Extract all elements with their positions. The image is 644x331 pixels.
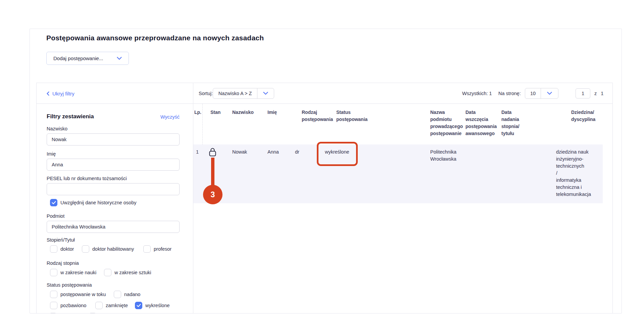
kind-option-sztuki[interactable]: w zakresie sztuki bbox=[104, 269, 151, 276]
checkbox-unchecked[interactable] bbox=[143, 245, 151, 253]
toolbar-band: Ukryj filtry Sortuj: Nazwisko A > Z Wszy… bbox=[37, 83, 612, 104]
column-header-stan: Stan bbox=[210, 109, 220, 116]
page-number-input[interactable]: 1 bbox=[576, 88, 590, 98]
hide-filters-link[interactable]: Ukryj filtry bbox=[47, 83, 75, 104]
results-table: Lp. Stan Nazwisko Imię Rodzaj postępowan… bbox=[193, 104, 613, 314]
per-page-select[interactable]: 10 bbox=[525, 88, 558, 99]
check-icon bbox=[52, 201, 56, 204]
degree-option-doktor-habilitowany[interactable]: doktor habilitowany bbox=[82, 245, 134, 253]
table-row[interactable]: 1 Nowak Anna dr wykreślone Politechnika … bbox=[193, 144, 603, 203]
sort-select-value: Nazwisko A > Z bbox=[213, 88, 257, 98]
results-container: Ukryj filtry Sortuj: Nazwisko A > Z Wszy… bbox=[36, 83, 613, 314]
status-option-w-toku[interactable]: postępowanie w toku bbox=[50, 291, 106, 298]
checkbox-label: doktor bbox=[60, 246, 74, 252]
column-header-nazwa-podmiotu: Nazwa podmiotu prowadzącego postępowanie bbox=[430, 109, 467, 137]
firstname-input[interactable] bbox=[47, 159, 180, 171]
filters-panel: Filtry zestawienia Wyczyść Nazwisko Imię… bbox=[37, 104, 193, 314]
page-number-value: 1 bbox=[582, 91, 584, 96]
checkbox-label: zamknięte bbox=[106, 303, 128, 308]
checkbox-unchecked[interactable] bbox=[50, 245, 57, 253]
chevron-down-icon bbox=[117, 57, 122, 60]
firstname-label: Imię bbox=[47, 151, 56, 157]
checkbox-label: wykreślone bbox=[145, 303, 170, 308]
status-option-wykreslone[interactable]: wykreślone bbox=[135, 302, 170, 309]
lastname-input[interactable] bbox=[47, 133, 180, 146]
per-page-label: Na stronę: bbox=[498, 83, 521, 104]
status-option-nadano[interactable]: nadano bbox=[114, 291, 140, 298]
cell-rodzaj: dr bbox=[295, 149, 299, 156]
checkbox-label: profesor bbox=[154, 246, 171, 252]
clear-filters-link[interactable]: Wyczyść bbox=[160, 114, 180, 120]
column-header-lp: Lp. bbox=[194, 109, 201, 116]
history-data-option[interactable]: Uwzględnij dane historyczne osoby bbox=[50, 199, 137, 206]
checkbox-label: Uwzględnij dane historyczne osoby bbox=[60, 200, 137, 205]
checkbox-label: nadano bbox=[124, 292, 140, 297]
checkbox-unchecked[interactable] bbox=[50, 302, 57, 309]
cell-lp: 1 bbox=[196, 149, 199, 156]
cell-nazwa-podmiotu: Politechnika Wrocławska bbox=[430, 149, 465, 163]
checkbox-unchecked[interactable] bbox=[104, 269, 111, 276]
status-option-partial[interactable] bbox=[49, 313, 57, 314]
per-page-value: 10 bbox=[525, 88, 541, 98]
status-option-partial[interactable] bbox=[89, 313, 96, 314]
page: Postępowania awansowe przeprowadzane na … bbox=[0, 0, 644, 331]
cell-nazwisko: Nowak bbox=[232, 149, 247, 156]
page-title: Postępowania awansowe przeprowadzane na … bbox=[46, 34, 264, 42]
checkbox-label: doktor habilitowany bbox=[92, 246, 134, 252]
cell-imie: Anna bbox=[267, 149, 279, 156]
pesel-label: PESEL lub nr dokumentu tożsamości bbox=[47, 176, 127, 181]
subject-label: Podmiot bbox=[47, 213, 64, 219]
column-header-nazwisko: Nazwisko bbox=[232, 109, 254, 116]
page-total-label: z 1 bbox=[594, 83, 605, 104]
status-option-zamkniete[interactable]: zamknięte bbox=[95, 302, 128, 309]
degree-kind-group-label: Rodzaj stopnia bbox=[47, 260, 79, 266]
check-icon bbox=[137, 304, 141, 307]
column-header-status-postepowania: Status postępowania bbox=[336, 109, 370, 123]
chevron-left-icon bbox=[47, 91, 49, 96]
sort-label: Sortuj: bbox=[199, 83, 213, 104]
checkbox-label: pozbawiono bbox=[60, 303, 86, 308]
chevron-down-icon bbox=[257, 88, 274, 98]
subject-input[interactable] bbox=[47, 221, 180, 233]
column-header-data-nadania: Data nadania stopnia/ tytułu bbox=[501, 109, 530, 137]
checkbox-unchecked[interactable] bbox=[114, 291, 121, 298]
checkbox-unchecked[interactable] bbox=[82, 245, 89, 253]
checkbox-unchecked[interactable] bbox=[49, 313, 57, 314]
checkbox-unchecked[interactable] bbox=[95, 302, 103, 309]
column-header-data-wszczecia: Data wszczęcia postępowania awansowego bbox=[465, 109, 501, 137]
main-card: Postępowania awansowe przeprowadzane na … bbox=[30, 29, 622, 314]
add-proceeding-label: Dodaj postępowanie... bbox=[53, 55, 103, 61]
column-header-imie: Imię bbox=[267, 109, 277, 116]
chevron-down-icon bbox=[541, 88, 558, 98]
checkbox-unchecked[interactable] bbox=[89, 313, 96, 314]
checkbox-checked[interactable] bbox=[135, 302, 142, 309]
degree-group-label: Stopień/Tytuł bbox=[47, 237, 75, 243]
kind-option-nauki[interactable]: w zakresie nauki bbox=[50, 269, 96, 276]
total-count: Wszystkich: 1 bbox=[462, 83, 492, 104]
column-header-rodzaj-postepowania: Rodzaj postępowania bbox=[302, 109, 335, 123]
degree-option-doktor[interactable]: doktor bbox=[50, 245, 74, 253]
column-header-dziedzina: Dziedzina/ dyscyplina bbox=[571, 109, 603, 123]
lock-icon bbox=[209, 148, 216, 158]
filters-heading: Filtry zestawienia bbox=[47, 113, 94, 120]
annotation-highlight-box bbox=[317, 142, 358, 166]
annotation-pointer-line bbox=[211, 158, 214, 189]
checkbox-label: w zakresie sztuki bbox=[114, 270, 151, 275]
checkbox-unchecked[interactable] bbox=[50, 291, 57, 298]
hide-filters-label: Ukryj filtry bbox=[52, 91, 75, 96]
checkbox-label: w zakresie nauki bbox=[60, 270, 96, 275]
pesel-input[interactable] bbox=[47, 183, 180, 195]
cell-dziedzina: dziedzina nauk inżynieryjno- technicznyc… bbox=[556, 149, 596, 198]
add-proceeding-button[interactable]: Dodaj postępowanie... bbox=[46, 52, 129, 65]
checkbox-checked[interactable] bbox=[50, 199, 57, 206]
annotation-number-badge: 3 bbox=[203, 185, 222, 204]
checkbox-label: postępowanie w toku bbox=[60, 292, 106, 297]
status-option-pozbawiono[interactable]: pozbawiono bbox=[50, 302, 86, 309]
sort-select[interactable]: Nazwisko A > Z bbox=[213, 88, 274, 99]
lastname-label: Nazwisko bbox=[47, 126, 67, 131]
status-group-label: Status postępowania bbox=[47, 282, 92, 288]
checkbox-unchecked[interactable] bbox=[50, 269, 57, 276]
degree-option-profesor[interactable]: profesor bbox=[143, 245, 171, 253]
